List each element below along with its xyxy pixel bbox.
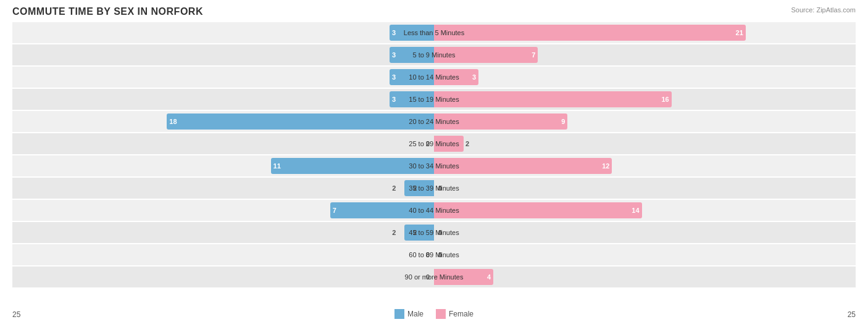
male-bar: 2 bbox=[404, 225, 434, 241]
female-bar: 16 bbox=[434, 91, 672, 107]
male-value: 2 bbox=[413, 229, 418, 236]
male-bar: 3 bbox=[390, 47, 434, 63]
chart-row: 18920 to 24 Minutes bbox=[12, 111, 856, 132]
female-bar: 3 bbox=[434, 69, 478, 85]
female-bar: 12 bbox=[434, 158, 612, 174]
chart-row: 375 to 9 Minutes bbox=[12, 44, 856, 65]
female-value: 9 bbox=[561, 118, 565, 125]
source-label: Source: ZipAtlas.com bbox=[791, 6, 856, 14]
female-value: 12 bbox=[602, 162, 609, 170]
female-zero-value: 0 bbox=[438, 229, 442, 236]
male-value: 7 bbox=[333, 207, 336, 214]
legend-male-box bbox=[394, 309, 404, 319]
female-zero-value: 0 bbox=[438, 184, 442, 192]
chart-container: COMMUTE TIME BY SEX IN NORFORK Source: Z… bbox=[0, 0, 868, 322]
female-bar: 4 bbox=[434, 269, 493, 285]
female-bar: 2 bbox=[434, 136, 464, 152]
male-zero-value: 0 bbox=[426, 273, 430, 281]
chart-row: 0225 to 29 Minutes bbox=[12, 133, 856, 154]
chart-row: 22045 to 59 Minutes bbox=[12, 222, 856, 243]
male-value-outside: 2 bbox=[392, 229, 396, 236]
male-value: 3 bbox=[392, 96, 396, 103]
legend-female: Female bbox=[436, 309, 474, 319]
legend-male-label: Male bbox=[407, 310, 424, 318]
female-value: 4 bbox=[487, 273, 491, 281]
row-label: 60 to 89 Minutes bbox=[409, 251, 459, 258]
legend-female-box bbox=[436, 309, 446, 319]
axis-left-label: 25 bbox=[12, 310, 20, 319]
male-bar: 3 bbox=[390, 25, 434, 41]
male-value: 3 bbox=[392, 29, 396, 36]
chart-row: 321Less than 5 Minutes bbox=[12, 22, 856, 43]
female-value: 16 bbox=[661, 96, 669, 103]
chart-row: 111230 to 34 Minutes bbox=[12, 155, 856, 176]
male-bar: 11 bbox=[271, 158, 434, 174]
male-value: 3 bbox=[392, 73, 396, 81]
female-bar: 14 bbox=[434, 202, 642, 218]
axis-right-label: 25 bbox=[848, 310, 856, 319]
female-value: 7 bbox=[532, 51, 535, 59]
male-value-outside: 2 bbox=[392, 184, 396, 192]
chart-row: 22035 to 39 Minutes bbox=[12, 178, 856, 199]
female-value: 3 bbox=[472, 73, 476, 81]
legend: Male Female bbox=[394, 309, 474, 319]
female-bar: 21 bbox=[434, 25, 746, 41]
female-value: 14 bbox=[632, 207, 639, 214]
chart-row: 0490 or more Minutes bbox=[12, 266, 856, 287]
male-bar: 2 bbox=[404, 180, 434, 196]
chart-title: COMMUTE TIME BY SEX IN NORFORK bbox=[12, 6, 856, 17]
male-zero-value: 0 bbox=[426, 251, 430, 258]
female-bar: 7 bbox=[434, 47, 538, 63]
male-bar: 18 bbox=[167, 114, 434, 130]
male-value: 18 bbox=[169, 118, 177, 125]
chart-area: 321Less than 5 Minutes375 to 9 Minutes33… bbox=[12, 22, 856, 287]
female-value: 21 bbox=[736, 29, 743, 36]
female-bar: 9 bbox=[434, 114, 567, 130]
male-bar: 3 bbox=[390, 69, 434, 85]
female-value: 2 bbox=[464, 140, 469, 147]
chart-row: 0060 to 89 Minutes bbox=[12, 244, 856, 265]
legend-male: Male bbox=[394, 309, 424, 319]
male-bar: 7 bbox=[330, 202, 434, 218]
male-value: 11 bbox=[273, 162, 281, 170]
chart-row: 71440 to 44 Minutes bbox=[12, 200, 856, 221]
male-zero-value: 0 bbox=[426, 140, 430, 147]
female-zero-value: 0 bbox=[438, 251, 442, 258]
male-value: 2 bbox=[413, 184, 418, 192]
male-bar: 3 bbox=[390, 91, 434, 107]
legend-female-label: Female bbox=[449, 310, 474, 318]
chart-row: 3310 to 14 Minutes bbox=[12, 67, 856, 88]
chart-row: 31615 to 19 Minutes bbox=[12, 89, 856, 110]
male-value: 3 bbox=[392, 51, 396, 59]
